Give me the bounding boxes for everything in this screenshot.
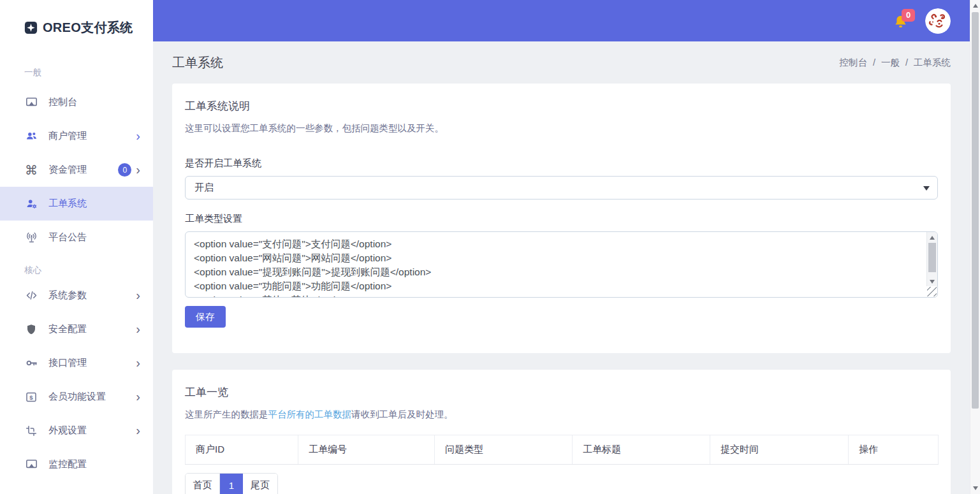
sidebar-item-label: 监控配置 [48, 458, 87, 470]
chevron-right-icon: › [136, 323, 140, 337]
app-logo: OREO支付系统 [0, 0, 153, 36]
pagination: 首页 1 尾页 [185, 473, 278, 494]
orders-card-description: 这里所产生的数据是平台所有的工单数据请收到工单后及时处理。 [185, 409, 938, 421]
orders-description-prefix: 这里所产生的数据是 [185, 409, 268, 419]
ticket-types-textarea[interactable]: <option value="支付问题">支付问题</option> <opti… [185, 231, 938, 298]
notifications-button[interactable]: 0 [891, 11, 910, 31]
command-icon: ⌘ [24, 163, 38, 177]
column-header-merchant-id: 商户ID [186, 435, 298, 465]
table-header-row: 商户ID 工单编号 问题类型 工单标题 提交时间 操作 [186, 435, 939, 465]
sidebar-item-label: 会员功能设置 [48, 391, 106, 403]
resize-grip-icon[interactable] [927, 287, 937, 296]
sidebar-item-announcements[interactable]: 平台公告 [0, 221, 153, 254]
sidebar-item-label: 资金管理 [48, 164, 87, 176]
page-scrollbar[interactable] [970, 0, 980, 494]
scroll-down-icon[interactable] [927, 277, 937, 286]
sidebar-section-core: 核心 [0, 265, 153, 276]
sidebar-item-system-params[interactable]: 系统参数 › [0, 279, 153, 312]
crop-icon [24, 424, 38, 438]
topbar: 0 [153, 0, 970, 41]
sidebar-item-label: 控制台 [48, 96, 77, 108]
monitor-icon [24, 96, 38, 110]
breadcrumb-separator: / [873, 57, 875, 68]
pagination-current-page[interactable]: 1 [220, 474, 243, 494]
column-header-ticket-title: 工单标题 [573, 435, 710, 465]
sidebar-item-appearance[interactable]: 外观设置 › [0, 414, 153, 447]
ticket-settings-card: 工单系统说明 这里可以设置您工单系统的一些参数，包括问题类型以及开关。 是否开启… [172, 84, 951, 353]
ticket-types-value: <option value="支付问题">支付问题</option> <opti… [186, 232, 926, 297]
settings-card-description: 这里可以设置您工单系统的一些参数，包括问题类型以及开关。 [185, 122, 938, 134]
column-header-issue-type: 问题类型 [435, 435, 573, 465]
ticket-toggle-label: 是否开启工单系统 [185, 157, 938, 170]
sidebar-item-label: 系统参数 [48, 289, 87, 301]
sidebar-item-merchants[interactable]: 商户管理 › [0, 119, 153, 153]
key-icon [24, 356, 38, 370]
sidebar-section-general: 一般 [0, 67, 153, 78]
page-title: 工单系统 [172, 54, 223, 71]
chevron-right-icon: › [136, 390, 140, 404]
broadcast-icon [24, 231, 38, 245]
page-scrollbar-thumb[interactable] [972, 12, 979, 409]
orders-description-suffix: 请收到工单后及时处理。 [351, 409, 453, 419]
page-header: 工单系统 控制台 / 一般 / 工单系统 [153, 41, 970, 84]
sidebar-item-label: 平台公告 [48, 231, 87, 243]
sidebar-item-monitoring[interactable]: 监控配置 [0, 447, 153, 481]
logo-badge-icon [24, 20, 38, 35]
sidebar-item-label: 安全配置 [48, 323, 87, 335]
breadcrumb: 控制台 / 一般 / 工单系统 [839, 57, 951, 69]
svg-text:$: $ [29, 393, 33, 400]
shield-icon [24, 323, 38, 337]
breadcrumb-console[interactable]: 控制台 [839, 57, 867, 69]
column-header-actions: 操作 [849, 435, 939, 465]
settings-card-title: 工单系统说明 [185, 99, 938, 113]
scroll-up-icon[interactable] [927, 233, 937, 242]
chevron-right-icon: › [136, 163, 140, 177]
chevron-right-icon: › [136, 289, 140, 303]
ticket-list-card: 工单一览 这里所产生的数据是平台所有的工单数据请收到工单后及时处理。 商户ID … [172, 370, 951, 494]
textarea-scrollbar[interactable] [926, 232, 937, 286]
caret-down-icon [923, 186, 930, 191]
breadcrumb-tickets[interactable]: 工单系统 [914, 57, 951, 69]
logo-text: OREO支付系统 [43, 19, 133, 36]
tickets-table: 商户ID 工单编号 问题类型 工单标题 提交时间 操作 [185, 435, 939, 465]
scroll-up-icon[interactable] [970, 1, 980, 11]
ticket-toggle-select[interactable]: 开启 [185, 176, 938, 200]
chevron-right-icon: › [136, 129, 140, 143]
breadcrumb-general[interactable]: 一般 [881, 57, 900, 69]
sidebar: OREO支付系统 一般 控制台 商户管理 › ⌘ 资金管理 0 › 工单系统 平… [0, 0, 153, 494]
sidebar-item-console[interactable]: 控制台 [0, 85, 153, 119]
ticket-types-label: 工单类型设置 [185, 213, 938, 225]
orders-card-title: 工单一览 [185, 385, 938, 400]
selected-option: 开启 [194, 182, 214, 194]
sidebar-item-label: 商户管理 [48, 130, 87, 142]
dollar-box-icon: $ [24, 390, 38, 404]
sidebar-item-label: 工单系统 [48, 198, 87, 210]
notification-count-badge: 0 [902, 9, 915, 22]
sidebar-item-tickets[interactable]: 工单系统 [0, 187, 153, 221]
sidebar-item-member-features[interactable]: $ 会员功能设置 › [0, 380, 153, 414]
scroll-down-icon[interactable] [970, 483, 980, 493]
column-header-submit-time: 提交时间 [710, 435, 849, 465]
chevron-right-icon: › [136, 424, 140, 438]
funds-count-badge: 0 [118, 163, 131, 177]
chevron-right-icon: › [136, 356, 140, 370]
users-icon [24, 129, 38, 143]
sidebar-item-label: 外观设置 [48, 425, 87, 437]
all-tickets-link[interactable]: 平台所有的工单数据 [268, 409, 352, 419]
save-button[interactable]: 保存 [185, 306, 226, 328]
user-gear-icon [24, 197, 38, 211]
sidebar-item-funds[interactable]: ⌘ 资金管理 0 › [0, 153, 153, 187]
breadcrumb-separator: / [905, 57, 908, 68]
code-icon [24, 289, 38, 303]
monitor-icon [24, 458, 38, 472]
main-content: 工单系统 控制台 / 一般 / 工单系统 工单系统说明 这里可以设置您工单系统的… [153, 41, 970, 494]
user-avatar[interactable] [925, 8, 951, 34]
textarea-scrollbar-thumb[interactable] [928, 243, 936, 272]
column-header-ticket-number: 工单编号 [298, 435, 435, 465]
sidebar-item-security[interactable]: 安全配置 › [0, 312, 153, 346]
pagination-first-button[interactable]: 首页 [186, 474, 220, 494]
sidebar-item-api[interactable]: 接口管理 › [0, 346, 153, 380]
sidebar-item-label: 接口管理 [48, 357, 87, 369]
pagination-last-button[interactable]: 尾页 [243, 474, 277, 494]
